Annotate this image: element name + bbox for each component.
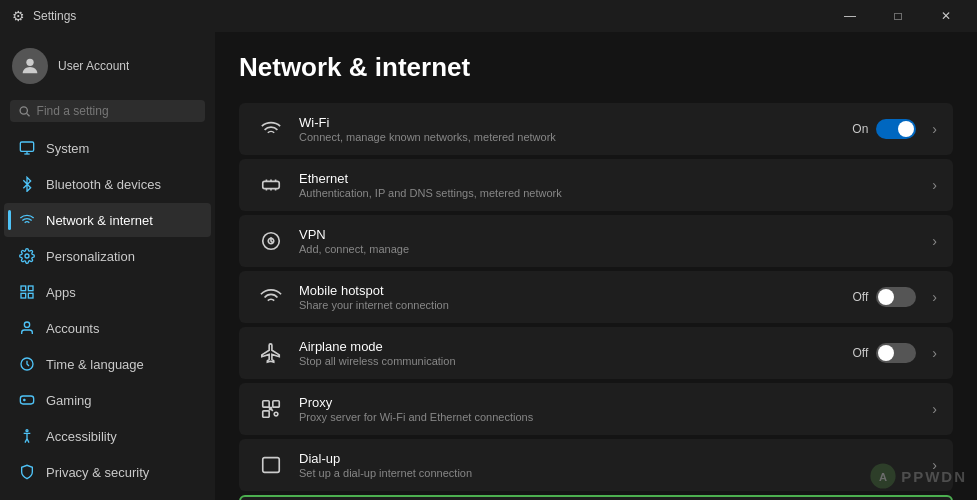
- user-name: User Account: [58, 59, 129, 73]
- proxy-control: ›: [924, 401, 937, 417]
- personalization-icon: [18, 247, 36, 265]
- airplane-toggle[interactable]: [876, 343, 916, 363]
- svg-point-14: [26, 430, 28, 432]
- dialup-title: Dial-up: [299, 451, 924, 466]
- svg-rect-10: [21, 293, 26, 298]
- user-profile[interactable]: User Account: [0, 40, 215, 96]
- airplane-toggle-label: Off: [844, 346, 868, 360]
- watermark: A PPWDN: [869, 462, 967, 490]
- nav-label-privacy: Privacy & security: [46, 465, 149, 480]
- settings-item-advanced[interactable]: Advanced network settings View all netwo…: [239, 495, 953, 500]
- minimize-button[interactable]: —: [827, 0, 873, 32]
- ethernet-chevron: ›: [932, 177, 937, 193]
- settings-item-proxy[interactable]: Proxy Proxy server for Wi-Fi and Etherne…: [239, 383, 953, 435]
- nav-item-personalization[interactable]: Personalization: [4, 239, 211, 273]
- settings-item-airplane[interactable]: Airplane mode Stop all wireless communic…: [239, 327, 953, 379]
- settings-item-ethernet[interactable]: Ethernet Authentication, IP and DNS sett…: [239, 159, 953, 211]
- wifi-title: Wi-Fi: [299, 115, 844, 130]
- svg-point-6: [25, 254, 29, 258]
- hotspot-icon: [255, 281, 287, 313]
- dialup-icon: [255, 449, 287, 481]
- watermark-logo: A: [869, 462, 897, 490]
- svg-rect-7: [21, 286, 26, 291]
- watermark-text: PPWDN: [901, 468, 967, 485]
- settings-item-vpn[interactable]: VPN Add, connect, manage ›: [239, 215, 953, 267]
- page-title: Network & internet: [239, 52, 953, 83]
- search-box[interactable]: [10, 100, 205, 122]
- settings-item-dialup[interactable]: Dial-up Set up a dial-up internet connec…: [239, 439, 953, 491]
- nav-item-system[interactable]: System: [4, 131, 211, 165]
- search-icon: [18, 104, 31, 118]
- svg-text:A: A: [879, 471, 887, 483]
- accessibility-icon: [18, 427, 36, 445]
- wifi-toggle[interactable]: [876, 119, 916, 139]
- avatar: [12, 48, 48, 84]
- hotspot-toggle-label: Off: [844, 290, 868, 304]
- title-bar-controls: — □ ✕: [827, 0, 969, 32]
- svg-rect-20: [263, 411, 269, 417]
- ethernet-control: ›: [924, 177, 937, 193]
- nav-item-time[interactable]: Time & language: [4, 347, 211, 381]
- bluetooth-icon: [18, 175, 36, 193]
- nav-item-privacy[interactable]: Privacy & security: [4, 455, 211, 489]
- nav-label-personalization: Personalization: [46, 249, 135, 264]
- hotspot-text: Mobile hotspot Share your internet conne…: [299, 283, 844, 311]
- wifi-icon: [255, 113, 287, 145]
- title-bar-left: ⚙ Settings: [12, 8, 76, 24]
- wifi-text: Wi-Fi Connect, manage known networks, me…: [299, 115, 844, 143]
- dialup-text: Dial-up Set up a dial-up internet connec…: [299, 451, 924, 479]
- nav-item-update[interactable]: Windows Update: [4, 491, 211, 500]
- app-title: Settings: [33, 9, 76, 23]
- nav-label-time: Time & language: [46, 357, 144, 372]
- maximize-button[interactable]: □: [875, 0, 921, 32]
- svg-point-1: [20, 107, 27, 114]
- hotspot-desc: Share your internet connection: [299, 299, 844, 311]
- nav-label-gaming: Gaming: [46, 393, 92, 408]
- airplane-desc: Stop all wireless communication: [299, 355, 844, 367]
- vpn-icon: [255, 225, 287, 257]
- nav-item-network[interactable]: Network & internet: [4, 203, 211, 237]
- ethernet-text: Ethernet Authentication, IP and DNS sett…: [299, 171, 924, 199]
- nav-label-accounts: Accounts: [46, 321, 99, 336]
- app-body: User Account System Bluetooth & devices: [0, 32, 977, 500]
- settings-item-hotspot[interactable]: Mobile hotspot Share your internet conne…: [239, 271, 953, 323]
- nav-item-accessibility[interactable]: Accessibility: [4, 419, 211, 453]
- nav-label-network: Network & internet: [46, 213, 153, 228]
- wifi-chevron: ›: [932, 121, 937, 137]
- main-content: Network & internet Wi-Fi Connect, manage…: [215, 32, 977, 500]
- sidebar: User Account System Bluetooth & devices: [0, 32, 215, 500]
- hotspot-title: Mobile hotspot: [299, 283, 844, 298]
- gaming-icon: [18, 391, 36, 409]
- hotspot-control: Off ›: [844, 287, 937, 307]
- proxy-title: Proxy: [299, 395, 924, 410]
- nav-item-gaming[interactable]: Gaming: [4, 383, 211, 417]
- svg-rect-19: [273, 401, 279, 407]
- nav-label-system: System: [46, 141, 89, 156]
- airplane-title: Airplane mode: [299, 339, 844, 354]
- airplane-text: Airplane mode Stop all wireless communic…: [299, 339, 844, 367]
- vpn-chevron: ›: [932, 233, 937, 249]
- nav-item-accounts[interactable]: Accounts: [4, 311, 211, 345]
- search-input[interactable]: [37, 104, 197, 118]
- proxy-chevron: ›: [932, 401, 937, 417]
- airplane-chevron: ›: [932, 345, 937, 361]
- wifi-desc: Connect, manage known networks, metered …: [299, 131, 844, 143]
- nav-label-accessibility: Accessibility: [46, 429, 117, 444]
- nav-item-bluetooth[interactable]: Bluetooth & devices: [4, 167, 211, 201]
- vpn-title: VPN: [299, 227, 924, 242]
- airplane-icon: [255, 337, 287, 369]
- proxy-text: Proxy Proxy server for Wi-Fi and Etherne…: [299, 395, 924, 423]
- nav-label-bluetooth: Bluetooth & devices: [46, 177, 161, 192]
- vpn-text: VPN Add, connect, manage: [299, 227, 924, 255]
- settings-item-wifi[interactable]: Wi-Fi Connect, manage known networks, me…: [239, 103, 953, 155]
- airplane-control: Off ›: [844, 343, 937, 363]
- settings-list: Wi-Fi Connect, manage known networks, me…: [239, 103, 953, 500]
- network-icon: [18, 211, 36, 229]
- hotspot-toggle[interactable]: [876, 287, 916, 307]
- time-icon: [18, 355, 36, 373]
- vpn-desc: Add, connect, manage: [299, 243, 924, 255]
- nav-item-apps[interactable]: Apps: [4, 275, 211, 309]
- close-button[interactable]: ✕: [923, 0, 969, 32]
- ethernet-desc: Authentication, IP and DNS settings, met…: [299, 187, 924, 199]
- title-bar: ⚙ Settings — □ ✕: [0, 0, 977, 32]
